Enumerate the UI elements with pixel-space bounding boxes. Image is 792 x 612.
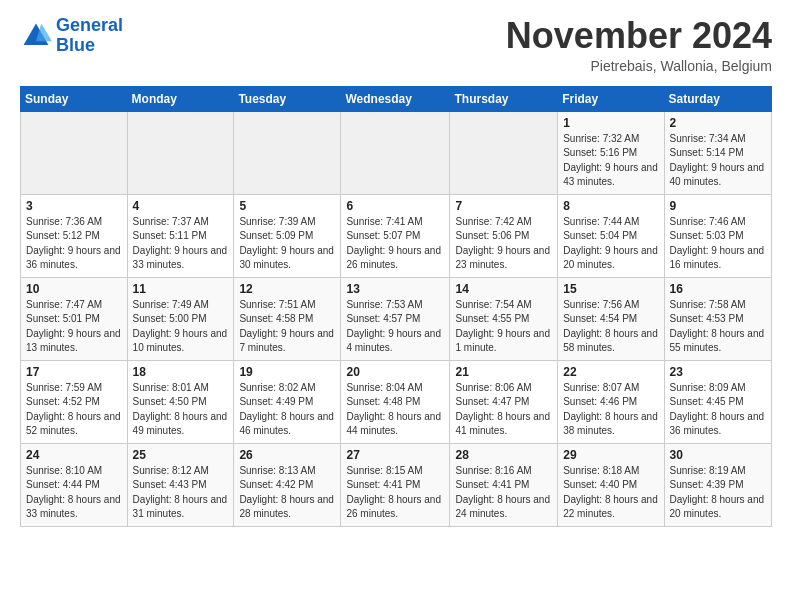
day-number: 1 (563, 116, 658, 130)
logo: General Blue (20, 16, 123, 56)
title-area: November 2024 Pietrebais, Wallonia, Belg… (506, 16, 772, 74)
day-info: Sunrise: 7:39 AM Sunset: 5:09 PM Dayligh… (239, 215, 335, 273)
calendar-cell: 4Sunrise: 7:37 AM Sunset: 5:11 PM Daylig… (127, 194, 234, 277)
calendar-cell: 26Sunrise: 8:13 AM Sunset: 4:42 PM Dayli… (234, 443, 341, 526)
day-info: Sunrise: 7:36 AM Sunset: 5:12 PM Dayligh… (26, 215, 122, 273)
day-info: Sunrise: 8:15 AM Sunset: 4:41 PM Dayligh… (346, 464, 444, 522)
day-info: Sunrise: 7:49 AM Sunset: 5:00 PM Dayligh… (133, 298, 229, 356)
day-info: Sunrise: 7:53 AM Sunset: 4:57 PM Dayligh… (346, 298, 444, 356)
day-number: 29 (563, 448, 658, 462)
calendar-cell (450, 111, 558, 194)
logo-line1: General (56, 15, 123, 35)
calendar-cell: 22Sunrise: 8:07 AM Sunset: 4:46 PM Dayli… (558, 360, 664, 443)
calendar-cell: 7Sunrise: 7:42 AM Sunset: 5:06 PM Daylig… (450, 194, 558, 277)
calendar-cell (341, 111, 450, 194)
calendar-body: 1Sunrise: 7:32 AM Sunset: 5:16 PM Daylig… (21, 111, 772, 526)
header-row: Sunday Monday Tuesday Wednesday Thursday… (21, 86, 772, 111)
day-number: 15 (563, 282, 658, 296)
logo-text: General Blue (56, 16, 123, 56)
calendar-cell: 19Sunrise: 8:02 AM Sunset: 4:49 PM Dayli… (234, 360, 341, 443)
calendar-cell: 16Sunrise: 7:58 AM Sunset: 4:53 PM Dayli… (664, 277, 771, 360)
day-number: 17 (26, 365, 122, 379)
day-info: Sunrise: 8:19 AM Sunset: 4:39 PM Dayligh… (670, 464, 766, 522)
day-number: 12 (239, 282, 335, 296)
subtitle: Pietrebais, Wallonia, Belgium (506, 58, 772, 74)
day-info: Sunrise: 7:44 AM Sunset: 5:04 PM Dayligh… (563, 215, 658, 273)
page: General Blue November 2024 Pietrebais, W… (0, 0, 792, 543)
day-info: Sunrise: 8:13 AM Sunset: 4:42 PM Dayligh… (239, 464, 335, 522)
day-number: 10 (26, 282, 122, 296)
header: General Blue November 2024 Pietrebais, W… (20, 16, 772, 74)
col-saturday: Saturday (664, 86, 771, 111)
calendar-cell: 21Sunrise: 8:06 AM Sunset: 4:47 PM Dayli… (450, 360, 558, 443)
day-number: 19 (239, 365, 335, 379)
calendar-cell: 24Sunrise: 8:10 AM Sunset: 4:44 PM Dayli… (21, 443, 128, 526)
day-info: Sunrise: 7:56 AM Sunset: 4:54 PM Dayligh… (563, 298, 658, 356)
calendar-cell: 28Sunrise: 8:16 AM Sunset: 4:41 PM Dayli… (450, 443, 558, 526)
calendar-cell: 29Sunrise: 8:18 AM Sunset: 4:40 PM Dayli… (558, 443, 664, 526)
day-number: 18 (133, 365, 229, 379)
day-info: Sunrise: 7:54 AM Sunset: 4:55 PM Dayligh… (455, 298, 552, 356)
calendar-cell: 8Sunrise: 7:44 AM Sunset: 5:04 PM Daylig… (558, 194, 664, 277)
day-number: 20 (346, 365, 444, 379)
calendar-cell: 17Sunrise: 7:59 AM Sunset: 4:52 PM Dayli… (21, 360, 128, 443)
day-number: 25 (133, 448, 229, 462)
day-info: Sunrise: 8:04 AM Sunset: 4:48 PM Dayligh… (346, 381, 444, 439)
day-info: Sunrise: 7:46 AM Sunset: 5:03 PM Dayligh… (670, 215, 766, 273)
week-row-0: 1Sunrise: 7:32 AM Sunset: 5:16 PM Daylig… (21, 111, 772, 194)
calendar-cell: 18Sunrise: 8:01 AM Sunset: 4:50 PM Dayli… (127, 360, 234, 443)
day-number: 16 (670, 282, 766, 296)
logo-icon (20, 20, 52, 52)
day-number: 11 (133, 282, 229, 296)
day-info: Sunrise: 8:16 AM Sunset: 4:41 PM Dayligh… (455, 464, 552, 522)
day-info: Sunrise: 7:41 AM Sunset: 5:07 PM Dayligh… (346, 215, 444, 273)
calendar-cell: 14Sunrise: 7:54 AM Sunset: 4:55 PM Dayli… (450, 277, 558, 360)
calendar: Sunday Monday Tuesday Wednesday Thursday… (20, 86, 772, 527)
day-number: 13 (346, 282, 444, 296)
day-info: Sunrise: 8:02 AM Sunset: 4:49 PM Dayligh… (239, 381, 335, 439)
calendar-cell: 20Sunrise: 8:04 AM Sunset: 4:48 PM Dayli… (341, 360, 450, 443)
calendar-cell: 2Sunrise: 7:34 AM Sunset: 5:14 PM Daylig… (664, 111, 771, 194)
calendar-cell: 6Sunrise: 7:41 AM Sunset: 5:07 PM Daylig… (341, 194, 450, 277)
day-info: Sunrise: 7:42 AM Sunset: 5:06 PM Dayligh… (455, 215, 552, 273)
day-number: 9 (670, 199, 766, 213)
day-info: Sunrise: 7:37 AM Sunset: 5:11 PM Dayligh… (133, 215, 229, 273)
calendar-cell: 12Sunrise: 7:51 AM Sunset: 4:58 PM Dayli… (234, 277, 341, 360)
logo-line2: Blue (56, 35, 95, 55)
calendar-cell: 3Sunrise: 7:36 AM Sunset: 5:12 PM Daylig… (21, 194, 128, 277)
day-info: Sunrise: 7:34 AM Sunset: 5:14 PM Dayligh… (670, 132, 766, 190)
day-info: Sunrise: 8:06 AM Sunset: 4:47 PM Dayligh… (455, 381, 552, 439)
day-number: 6 (346, 199, 444, 213)
col-tuesday: Tuesday (234, 86, 341, 111)
day-info: Sunrise: 7:59 AM Sunset: 4:52 PM Dayligh… (26, 381, 122, 439)
calendar-cell: 25Sunrise: 8:12 AM Sunset: 4:43 PM Dayli… (127, 443, 234, 526)
day-number: 28 (455, 448, 552, 462)
day-info: Sunrise: 7:32 AM Sunset: 5:16 PM Dayligh… (563, 132, 658, 190)
day-info: Sunrise: 8:01 AM Sunset: 4:50 PM Dayligh… (133, 381, 229, 439)
calendar-cell (234, 111, 341, 194)
calendar-cell: 11Sunrise: 7:49 AM Sunset: 5:00 PM Dayli… (127, 277, 234, 360)
day-number: 14 (455, 282, 552, 296)
calendar-cell: 15Sunrise: 7:56 AM Sunset: 4:54 PM Dayli… (558, 277, 664, 360)
day-info: Sunrise: 8:18 AM Sunset: 4:40 PM Dayligh… (563, 464, 658, 522)
calendar-cell: 9Sunrise: 7:46 AM Sunset: 5:03 PM Daylig… (664, 194, 771, 277)
calendar-cell (127, 111, 234, 194)
day-info: Sunrise: 8:12 AM Sunset: 4:43 PM Dayligh… (133, 464, 229, 522)
day-info: Sunrise: 8:09 AM Sunset: 4:45 PM Dayligh… (670, 381, 766, 439)
calendar-cell: 5Sunrise: 7:39 AM Sunset: 5:09 PM Daylig… (234, 194, 341, 277)
col-monday: Monday (127, 86, 234, 111)
day-info: Sunrise: 8:10 AM Sunset: 4:44 PM Dayligh… (26, 464, 122, 522)
day-number: 4 (133, 199, 229, 213)
col-sunday: Sunday (21, 86, 128, 111)
col-wednesday: Wednesday (341, 86, 450, 111)
day-number: 27 (346, 448, 444, 462)
day-number: 5 (239, 199, 335, 213)
calendar-header: Sunday Monday Tuesday Wednesday Thursday… (21, 86, 772, 111)
col-friday: Friday (558, 86, 664, 111)
day-number: 22 (563, 365, 658, 379)
calendar-cell: 27Sunrise: 8:15 AM Sunset: 4:41 PM Dayli… (341, 443, 450, 526)
calendar-cell: 1Sunrise: 7:32 AM Sunset: 5:16 PM Daylig… (558, 111, 664, 194)
day-number: 30 (670, 448, 766, 462)
day-number: 2 (670, 116, 766, 130)
day-number: 3 (26, 199, 122, 213)
